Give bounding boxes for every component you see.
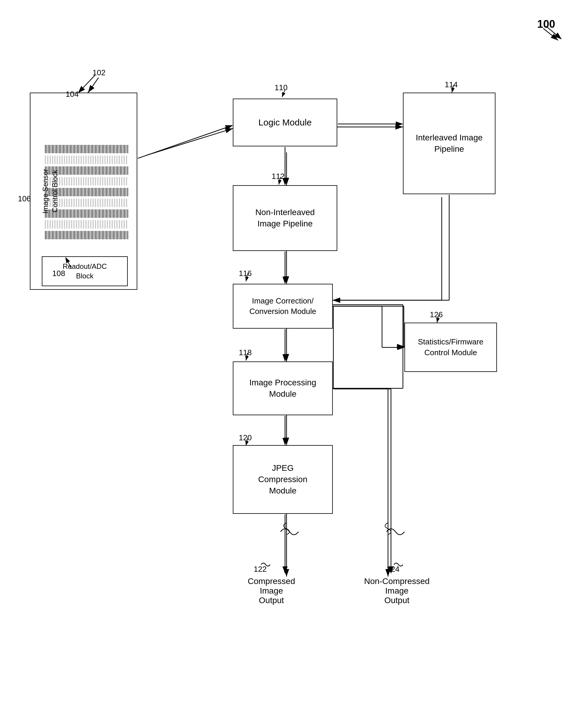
svg-line-33 bbox=[138, 126, 232, 158]
svg-line-26 bbox=[246, 274, 248, 281]
statistics-firmware-box: Statistics/FirmwareControl Module bbox=[405, 322, 497, 372]
ref-116-arrow bbox=[245, 272, 257, 284]
ref-114-arrow bbox=[451, 84, 463, 95]
ref-124-wave bbox=[392, 560, 408, 569]
ref-108: 108 bbox=[52, 269, 65, 278]
compressed-output-label: CompressedImageOutput bbox=[248, 576, 295, 605]
svg-line-28 bbox=[437, 315, 439, 322]
sensor-outer-label: Image SensorControl Block bbox=[40, 169, 60, 213]
jpeg-compression-box: JPEGCompressionModule bbox=[233, 445, 333, 514]
image-processing-box: Image ProcessingModule bbox=[233, 361, 333, 415]
non-compressed-output-label: Non-CompressedImageOutput bbox=[364, 576, 429, 605]
statistics-firmware-label: Statistics/FirmwareControl Module bbox=[418, 337, 483, 358]
non-interleaved-box: Non-InterleavedImage Pipeline bbox=[233, 185, 337, 251]
svg-line-24 bbox=[279, 177, 281, 185]
ref-106: 106 bbox=[18, 194, 31, 203]
non-interleaved-label: Non-InterleavedImage Pipeline bbox=[255, 207, 314, 229]
ref-118-arrow bbox=[245, 352, 257, 364]
svg-line-23 bbox=[282, 89, 285, 97]
sensor-stripe bbox=[45, 231, 128, 239]
logic-module-label: Logic Module bbox=[258, 116, 312, 129]
sensor-stripe bbox=[45, 156, 128, 164]
figure-number: 100 bbox=[537, 18, 555, 30]
sensor-stripe bbox=[45, 145, 128, 153]
ref-120-arrow bbox=[245, 437, 257, 449]
image-correction-box: Image Correction/Conversion Module bbox=[233, 284, 333, 329]
sensor-stripe bbox=[45, 220, 128, 229]
image-processing-label: Image ProcessingModule bbox=[249, 377, 316, 400]
svg-line-5 bbox=[146, 128, 233, 155]
ref-110-arrow bbox=[281, 88, 293, 100]
readout-adc-label: Readout/ADCBlock bbox=[63, 262, 107, 281]
ref-112-arrow bbox=[278, 176, 289, 187]
svg-line-4 bbox=[88, 78, 99, 93]
interleaved-label: Interleaved ImagePipeline bbox=[416, 132, 482, 155]
logic-module-box: Logic Module bbox=[233, 99, 337, 147]
ref-104: 104 bbox=[66, 89, 79, 99]
jpeg-compression-label: JPEGCompressionModule bbox=[258, 463, 307, 496]
diagram-container: 100 bbox=[0, 0, 582, 728]
svg-line-29 bbox=[246, 438, 248, 446]
svg-line-27 bbox=[246, 353, 248, 361]
ref-126-arrow bbox=[436, 314, 448, 326]
ref-102: 102 bbox=[92, 68, 105, 77]
image-correction-label: Image Correction/Conversion Module bbox=[249, 296, 316, 317]
interleaved-box: Interleaved ImagePipeline bbox=[403, 93, 495, 194]
ref-122-wave bbox=[260, 560, 275, 569]
image-sensor-outer-box: Image SensorControl Block Readout/ADCBlo… bbox=[30, 93, 137, 290]
svg-line-25 bbox=[452, 85, 454, 93]
svg-line-32 bbox=[79, 75, 95, 93]
